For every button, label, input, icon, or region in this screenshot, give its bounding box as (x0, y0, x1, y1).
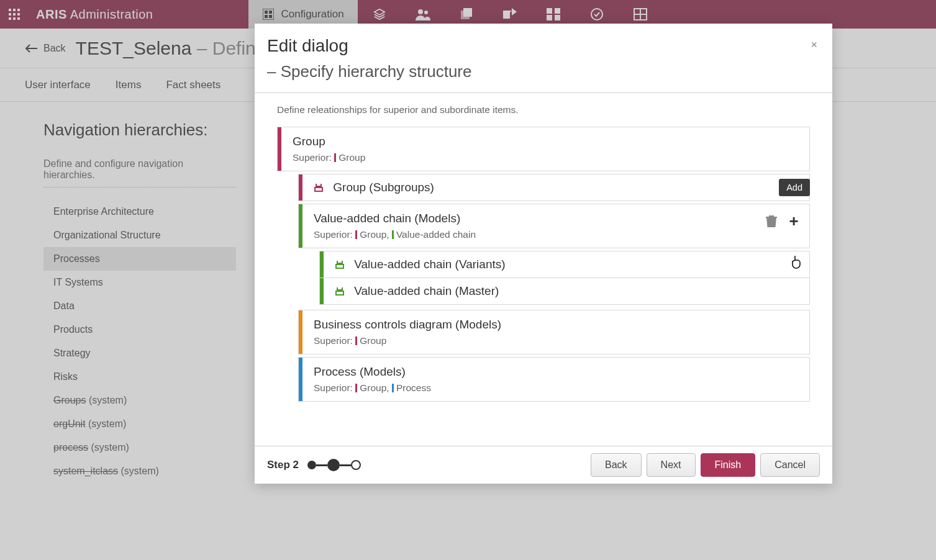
edit-dialog-modal: Edit dialog – Specify hierarchy structur… (255, 24, 832, 484)
add-tooltip: Add (779, 179, 810, 196)
step-indicator (307, 459, 361, 471)
back-button[interactable]: Back (591, 453, 642, 477)
hierarchy-superior: Superior: Group, Value-added chain (314, 229, 799, 240)
modal-footer: Step 2 Back Next Finish Cancel (255, 446, 832, 484)
relation-icon (335, 286, 345, 296)
hierarchy-leaf[interactable]: Group (Subgroups) Add (298, 174, 810, 201)
hierarchy-superior: Superior: Group, Process (314, 382, 799, 394)
finish-button[interactable]: Finish (701, 453, 756, 477)
hierarchy-item-title: Value-added chain (Models) (314, 212, 799, 225)
modal-title: Edit dialog (267, 36, 814, 56)
relation-icon (314, 182, 324, 192)
add-icon[interactable]: + (787, 214, 801, 228)
hierarchy-item-title: Business controls diagram (Models) (314, 318, 799, 332)
hierarchy-item-group[interactable]: Group Superior: Group (277, 127, 810, 171)
item-actions: + (765, 214, 801, 228)
modal-body: Define releationships for superior and s… (255, 93, 832, 446)
modal-subtitle: – Specify hierarchy structure (267, 62, 814, 81)
next-button[interactable]: Next (647, 453, 696, 477)
hierarchy-superior: Superior: Group (314, 335, 799, 346)
modal-header: Edit dialog – Specify hierarchy structur… (255, 24, 832, 93)
hierarchy-item-vac[interactable]: Value-added chain (Models) Superior: Gro… (298, 204, 810, 248)
hierarchy-leaf[interactable]: Value-added chain (Variants) (319, 251, 810, 278)
color-bar (278, 127, 281, 171)
delete-icon[interactable] (765, 214, 778, 228)
hierarchy-item-title: Group (293, 135, 799, 148)
hierarchy-item-process[interactable]: Process (Models) Superior: Group, Proces… (298, 357, 810, 402)
hierarchy-superior: Superior: Group (293, 152, 799, 163)
hierarchy-item-title: Process (Models) (314, 365, 799, 379)
step-label: Step 2 (267, 459, 299, 471)
cancel-button[interactable]: Cancel (760, 453, 820, 477)
relation-icon (335, 259, 345, 269)
hierarchy-leaf[interactable]: Value-added chain (Master) (319, 278, 810, 305)
hierarchy-item-bcd[interactable]: Business controls diagram (Models) Super… (298, 310, 810, 355)
modal-description: Define releationships for superior and s… (277, 104, 810, 115)
close-icon[interactable]: × (811, 38, 817, 52)
